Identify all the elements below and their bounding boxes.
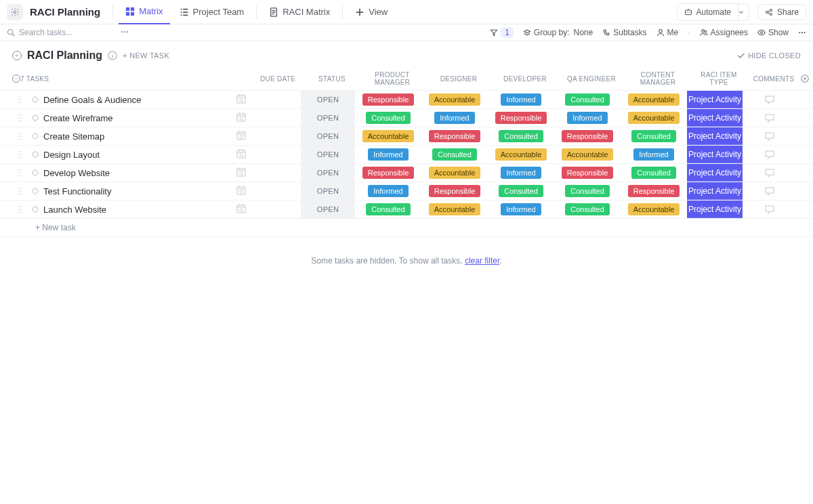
col-raci-item-type[interactable]: RACI ITEM TYPE — [691, 71, 747, 86]
tab-matrix[interactable]: Matrix — [119, 0, 169, 24]
due-date-cell[interactable] — [247, 201, 301, 218]
task-row[interactable]: Create Sitemap OPEN AccountableResponsib… — [0, 127, 813, 146]
type-cell[interactable]: Project Activity — [687, 109, 743, 127]
due-date-cell[interactable] — [247, 164, 301, 182]
due-date-button[interactable] — [236, 167, 247, 180]
due-date-button[interactable] — [236, 112, 247, 125]
status-indicator[interactable] — [31, 205, 39, 213]
more-options[interactable] — [798, 28, 806, 37]
clear-filter-link[interactable]: clear filter — [465, 256, 499, 266]
role-cell[interactable]: Responsible — [355, 164, 421, 182]
role-cell[interactable]: Accountable — [621, 109, 687, 127]
filter-button[interactable]: 1 — [490, 27, 514, 38]
role-cell[interactable]: Consulted — [355, 201, 421, 218]
due-date-cell[interactable] — [247, 146, 301, 163]
status-cell[interactable]: OPEN — [301, 109, 355, 127]
task-name[interactable]: Develop Website — [43, 168, 110, 178]
status-cell[interactable]: OPEN — [301, 91, 355, 108]
role-cell[interactable]: Informed — [488, 164, 554, 182]
type-cell[interactable]: Project Activity — [687, 91, 743, 108]
due-date-button[interactable] — [236, 148, 247, 161]
task-row[interactable]: Design Layout OPEN InformedConsultedAcco… — [0, 146, 813, 164]
comments-cell[interactable] — [743, 164, 797, 182]
status-cell[interactable]: OPEN — [301, 182, 355, 200]
comments-cell[interactable] — [743, 201, 797, 218]
tab-raci-matrix[interactable]: RACI Matrix — [262, 0, 337, 24]
role-cell[interactable]: Consulted — [621, 127, 687, 145]
role-cell[interactable]: Consulted — [488, 182, 554, 200]
task-row[interactable]: Launch Website OPEN ConsultedAccountable… — [0, 201, 813, 219]
status-indicator[interactable] — [31, 150, 39, 158]
col-designer[interactable]: DESIGNER — [425, 75, 492, 83]
collapse-all-toggle[interactable] — [12, 75, 20, 83]
task-row[interactable]: Define Goals & Audience OPEN Responsible… — [0, 91, 813, 109]
role-cell[interactable]: Informed — [488, 201, 554, 218]
role-cell[interactable]: Responsible — [421, 182, 488, 200]
comments-cell[interactable] — [743, 146, 797, 163]
role-cell[interactable]: Accountable — [554, 146, 621, 163]
due-date-button[interactable] — [236, 130, 247, 143]
status-indicator[interactable] — [31, 114, 39, 121]
subtasks-button[interactable]: Subtasks — [602, 28, 646, 37]
task-name[interactable]: Launch Website — [43, 205, 106, 215]
role-cell[interactable]: Consulted — [554, 201, 621, 218]
due-date-button[interactable] — [236, 203, 247, 216]
comments-cell[interactable] — [743, 127, 797, 145]
col-developer[interactable]: DEVELOPER — [492, 75, 558, 83]
hide-closed-button[interactable]: HIDE CLOSED — [737, 51, 801, 60]
role-cell[interactable]: Consulted — [621, 164, 687, 182]
task-row[interactable]: Test Functionality OPEN InformedResponsi… — [0, 182, 813, 201]
search-box[interactable] — [7, 28, 114, 37]
due-date-cell[interactable] — [247, 91, 301, 108]
task-row[interactable]: Develop Website OPEN ResponsibleAccounta… — [0, 164, 813, 182]
task-name[interactable]: Design Layout — [43, 150, 100, 160]
status-cell[interactable]: OPEN — [301, 164, 355, 182]
role-cell[interactable]: Responsible — [488, 109, 554, 127]
board-icon[interactable] — [7, 4, 23, 20]
new-task-row[interactable]: + New task — [0, 219, 813, 237]
automate-dropdown[interactable] — [734, 3, 749, 21]
role-cell[interactable]: Consulted — [554, 182, 621, 200]
col-comments[interactable]: COMMENTS — [747, 75, 801, 83]
due-date-button[interactable] — [236, 185, 247, 198]
role-cell[interactable]: Accountable — [421, 201, 488, 218]
role-cell[interactable]: Accountable — [621, 201, 687, 218]
comments-cell[interactable] — [743, 109, 797, 127]
role-cell[interactable]: Informed — [621, 146, 687, 163]
role-cell[interactable]: Accountable — [621, 91, 687, 108]
search-options[interactable] — [121, 28, 129, 38]
col-qa-engineer[interactable]: QA ENGINEER — [558, 75, 625, 83]
drag-handle[interactable] — [16, 150, 23, 159]
role-cell[interactable]: Accountable — [355, 127, 421, 145]
due-date-button[interactable] — [236, 93, 247, 106]
status-cell[interactable]: OPEN — [301, 201, 355, 218]
task-name[interactable]: Create Wireframe — [43, 113, 113, 123]
comments-cell[interactable] — [743, 91, 797, 108]
col-status[interactable]: STATUS — [305, 75, 359, 83]
share-button[interactable]: Share — [757, 4, 806, 20]
role-cell[interactable]: Responsible — [621, 182, 687, 200]
automate-button[interactable]: Automate — [677, 3, 738, 21]
role-cell[interactable]: Informed — [355, 146, 421, 163]
drag-handle[interactable] — [16, 131, 23, 141]
show-button[interactable]: Show — [757, 28, 789, 37]
comments-cell[interactable] — [743, 182, 797, 200]
role-cell[interactable]: Consulted — [421, 146, 488, 163]
task-name[interactable]: Test Functionality — [43, 186, 111, 196]
col-due-date[interactable]: DUE DATE — [251, 75, 305, 83]
role-cell[interactable]: Informed — [421, 109, 488, 127]
status-cell[interactable]: OPEN — [301, 127, 355, 145]
role-cell[interactable]: Informed — [355, 182, 421, 200]
role-cell[interactable]: Responsible — [554, 164, 621, 182]
drag-handle[interactable] — [16, 95, 23, 104]
role-cell[interactable]: Informed — [488, 91, 554, 108]
group-by-button[interactable]: Group by: None — [523, 28, 593, 37]
search-input[interactable] — [19, 28, 114, 37]
role-cell[interactable]: Accountable — [421, 164, 488, 182]
role-cell[interactable]: Accountable — [488, 146, 554, 163]
type-cell[interactable]: Project Activity — [687, 164, 743, 182]
drag-handle[interactable] — [16, 205, 23, 214]
drag-handle[interactable] — [16, 168, 23, 177]
type-cell[interactable]: Project Activity — [687, 182, 743, 200]
me-button[interactable]: Me — [656, 28, 679, 37]
